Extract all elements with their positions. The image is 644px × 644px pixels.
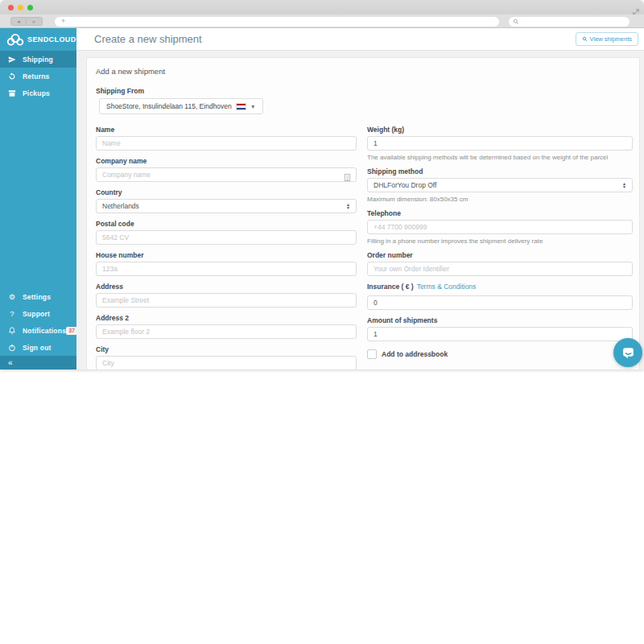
weight-helper-text: The available shipping methods will be d… <box>367 154 633 161</box>
city-input[interactable] <box>102 359 350 367</box>
name-input[interactable] <box>102 139 350 147</box>
bell-icon <box>8 327 16 335</box>
addressbook-checkbox-row[interactable]: Add to addressbook <box>367 349 633 359</box>
amount-field: Amount of shipments <box>367 316 633 341</box>
address2-label: Address 2 <box>96 314 357 322</box>
browser-toolbar: ◂ ▸ + <box>0 14 644 28</box>
view-shipments-label: View shipments <box>590 35 632 43</box>
house-number-input[interactable] <box>102 265 350 273</box>
address-input[interactable] <box>102 296 350 304</box>
address2-field: Address 2 <box>96 314 357 339</box>
collapse-chevron-icon: « <box>8 358 13 367</box>
search-icon <box>582 36 588 42</box>
app-body: Shipping Returns Pickups ⚙ Settings <box>0 51 644 369</box>
sidebar-item-pickups[interactable]: Pickups <box>0 85 76 101</box>
company-label: Company name <box>96 157 357 165</box>
browser-search-field[interactable] <box>509 17 630 27</box>
chat-bubble-icon <box>621 346 635 360</box>
return-arrow-icon <box>8 72 16 80</box>
country-value: Netherlands <box>102 202 139 210</box>
terms-conditions-link[interactable]: Terms & Conditions <box>417 283 477 291</box>
gear-icon: ⚙ <box>8 293 16 301</box>
company-input[interactable] <box>102 171 350 179</box>
country-select[interactable]: Netherlands ▲▼ <box>96 199 357 213</box>
insurance-field: Insurance ( € ) Terms & Conditions <box>367 283 633 310</box>
sidebar-item-sign-out[interactable]: Sign out <box>0 339 76 356</box>
amount-label: Amount of shipments <box>367 316 633 324</box>
name-label: Name <box>96 126 357 134</box>
back-button[interactable]: ◂ <box>10 17 27 26</box>
sidebar-item-label: Pickups <box>23 89 50 97</box>
question-icon: ? <box>8 310 16 318</box>
app-window: ◂ ▸ + SENDCLOUD Create a <box>0 0 644 369</box>
order-number-input[interactable] <box>374 265 626 273</box>
sidebar-item-support[interactable]: ? Support <box>0 305 76 322</box>
brand-name: SENDCLOUD <box>27 35 76 43</box>
zoom-window-button[interactable] <box>27 5 33 10</box>
sidebar-item-notifications[interactable]: Notifications 37 <box>0 322 76 339</box>
chat-widget-button[interactable] <box>613 338 642 367</box>
sidebar-item-label: Returns <box>23 72 50 80</box>
sidebar: Shipping Returns Pickups ⚙ Settings <box>0 51 76 369</box>
city-field: City <box>96 345 357 369</box>
amount-input[interactable] <box>374 330 626 338</box>
sidebar-item-returns[interactable]: Returns <box>0 68 76 85</box>
weight-input[interactable] <box>374 139 626 147</box>
chevron-down-icon: ▼ <box>250 104 256 109</box>
shipping-method-select[interactable]: DHLForYou Drop Off ▲▼ <box>367 178 633 192</box>
telephone-input[interactable] <box>374 223 626 231</box>
shipping-method-field: Shipping method DHLForYou Drop Off ▲▼ Ma… <box>367 167 633 203</box>
weight-field: Weight (kg) The available shipping metho… <box>367 126 633 161</box>
box-icon <box>8 89 16 97</box>
sendcloud-logo: SENDCLOUD <box>0 28 76 51</box>
country-label: Country <box>96 188 357 196</box>
shipment-form-card: Add a new shipment Shipping From ShoeSto… <box>86 57 640 369</box>
shipping-from-label: Shipping From <box>96 87 630 95</box>
postal-code-label: Postal code <box>96 220 357 228</box>
minimize-window-button[interactable] <box>18 5 23 10</box>
close-window-button[interactable] <box>8 5 14 10</box>
app-header: SENDCLOUD Create a new shipment View shi… <box>0 28 644 51</box>
fullscreen-icon[interactable] <box>633 4 639 10</box>
address2-input[interactable] <box>102 328 350 336</box>
sidebar-item-settings[interactable]: ⚙ Settings <box>0 288 76 305</box>
addressbook-label: Add to addressbook <box>382 350 448 358</box>
browser-titlebar <box>0 0 644 14</box>
house-number-label: House number <box>96 251 357 259</box>
page-title: Create a new shipment <box>76 28 644 50</box>
sidebar-item-label: Shipping <box>23 56 53 64</box>
nav-buttons: ◂ ▸ <box>10 17 43 26</box>
address-label: Address <box>96 283 357 291</box>
country-field: Country Netherlands ▲▼ <box>96 188 357 213</box>
paper-plane-icon <box>8 56 16 64</box>
forward-button[interactable]: ▸ <box>27 17 43 26</box>
form-columns: Name Company name <box>96 126 630 369</box>
telephone-label: Telephone <box>367 209 633 217</box>
sidebar-item-label: Sign out <box>23 344 52 352</box>
building-icon[interactable] <box>343 171 352 180</box>
netherlands-flag-icon <box>236 103 246 110</box>
sidebar-item-label: Support <box>23 310 50 318</box>
page-canvas: ◂ ▸ + SENDCLOUD Create a <box>0 0 644 644</box>
address-field: Address <box>96 283 357 308</box>
shipping-from-dropdown[interactable]: ShoeStore, Insulindelaan 115, Eindhoven … <box>99 98 263 114</box>
url-bar[interactable]: + <box>55 17 499 27</box>
order-number-label: Order number <box>367 251 633 259</box>
telephone-helper-text: Filling in a phone number improves the s… <box>367 237 633 245</box>
shipping-from-value: ShoeStore, Insulindelaan 115, Eindhoven <box>106 102 232 110</box>
select-arrows-icon: ▲▼ <box>622 182 626 188</box>
dimension-helper-text: Maximum dimension: 80x50x35 cm <box>367 196 633 203</box>
right-column: Weight (kg) The available shipping metho… <box>367 126 633 369</box>
shipping-method-label: Shipping method <box>367 167 633 175</box>
postal-code-input[interactable] <box>102 233 350 242</box>
left-column: Name Company name <box>96 126 357 369</box>
view-shipments-button[interactable]: View shipments <box>576 32 638 46</box>
order-number-field: Order number <box>367 251 633 276</box>
sidebar-collapse-button[interactable]: « <box>0 356 76 369</box>
sidebar-item-label: Settings <box>23 293 51 301</box>
sidebar-item-shipping[interactable]: Shipping <box>0 51 76 68</box>
house-number-field: House number <box>96 251 357 276</box>
addressbook-checkbox[interactable] <box>367 349 377 359</box>
shipping-method-value: DHLForYou Drop Off <box>374 181 436 189</box>
insurance-input[interactable] <box>374 299 626 307</box>
